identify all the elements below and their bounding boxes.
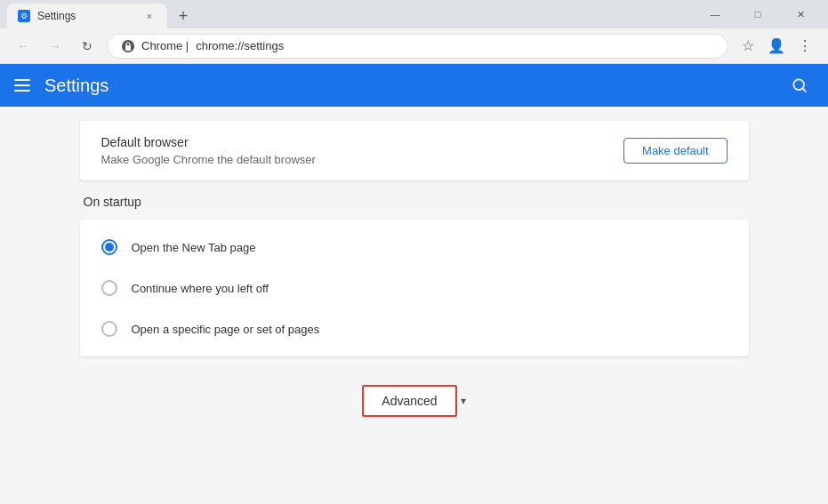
secure-icon <box>122 40 134 52</box>
startup-option-3[interactable]: Open a specific page or set of pages <box>80 308 749 349</box>
default-browser-text: Default browser Make Google Chrome the d… <box>101 135 316 166</box>
search-settings-button[interactable] <box>785 71 814 100</box>
startup-option-1-label: Open the New Tab page <box>132 241 256 254</box>
on-startup-title: On startup <box>80 195 749 209</box>
back-button[interactable]: ← <box>11 34 36 59</box>
default-browser-description: Make Google Chrome the default browser <box>101 153 316 166</box>
maximize-button[interactable]: □ <box>737 0 778 28</box>
tab-favicon: ⚙ <box>18 10 30 22</box>
tab-title: Settings <box>37 10 76 22</box>
url-prefix: Chrome | <box>141 39 189 52</box>
startup-option-1[interactable]: Open the New Tab page <box>80 227 749 268</box>
main-content: Default browser Make Google Chrome the d… <box>0 107 828 504</box>
advanced-section: Advanced ▾ <box>80 378 749 438</box>
default-browser-card: Default browser Make Google Chrome the d… <box>80 121 749 180</box>
url-text: chrome://settings <box>196 39 284 52</box>
make-default-button[interactable]: Make default <box>623 138 727 164</box>
svg-rect-0 <box>125 45 131 51</box>
new-tab-button[interactable]: + <box>171 4 196 28</box>
menu-icon[interactable]: ⋮ <box>792 34 817 59</box>
default-browser-title: Default browser <box>101 135 316 149</box>
toolbar-icons: ☆ 👤 ⋮ <box>736 34 817 59</box>
svg-point-1 <box>793 79 804 90</box>
svg-line-2 <box>803 89 807 92</box>
radio-button-3[interactable] <box>101 321 117 337</box>
settings-header: Settings <box>0 64 828 107</box>
account-icon[interactable]: 👤 <box>764 34 789 59</box>
addressbar: ← → ↻ Chrome | chrome://settings ☆ 👤 ⋮ <box>0 28 828 64</box>
address-bar-input[interactable]: Chrome | chrome://settings <box>107 34 728 59</box>
settings-title: Settings <box>44 76 771 96</box>
advanced-button[interactable]: Advanced <box>362 385 456 417</box>
forward-button[interactable]: → <box>43 34 68 59</box>
titlebar: ⚙ Settings × + — □ ✕ <box>0 0 828 28</box>
startup-option-2[interactable]: Continue where you left off <box>80 268 749 308</box>
close-window-button[interactable]: ✕ <box>780 0 821 28</box>
radio-button-1[interactable] <box>101 239 117 255</box>
radio-button-2[interactable] <box>101 280 117 296</box>
hamburger-menu[interactable] <box>14 79 30 92</box>
advanced-chevron-icon[interactable]: ▾ <box>461 395 466 407</box>
active-tab[interactable]: ⚙ Settings × <box>7 4 167 28</box>
startup-option-3-label: Open a specific page or set of pages <box>132 323 320 336</box>
close-tab-button[interactable]: × <box>142 9 157 23</box>
minimize-button[interactable]: — <box>695 0 736 28</box>
tab-area: ⚙ Settings × + <box>7 0 695 28</box>
window-controls: — □ ✕ <box>695 0 821 28</box>
bookmark-icon[interactable]: ☆ <box>736 34 760 59</box>
refresh-button[interactable]: ↻ <box>75 34 100 59</box>
content-inner: Default browser Make Google Chrome the d… <box>59 107 770 452</box>
startup-options-card: Open the New Tab page Continue where you… <box>80 220 749 356</box>
startup-option-2-label: Continue where you left off <box>132 282 269 295</box>
